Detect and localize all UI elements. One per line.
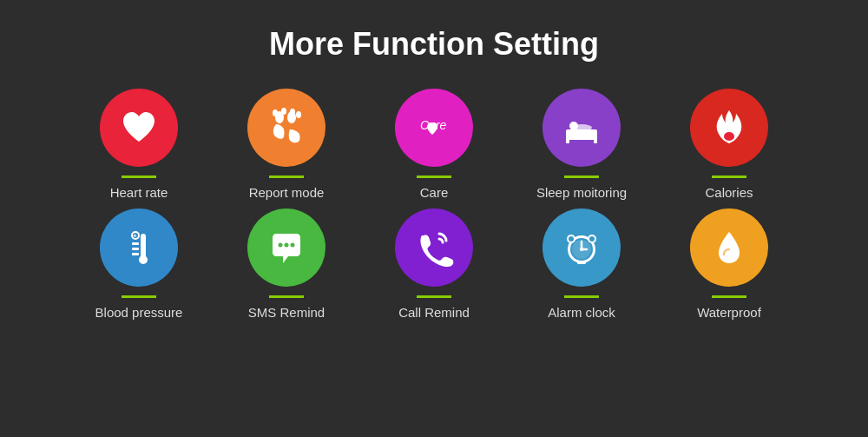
svg-rect-14 [141,234,146,258]
alarm-clock-line [564,295,599,298]
waterproof-icon-circle [690,209,768,287]
svg-point-13 [724,132,734,141]
alarm-clock-icon-circle [542,209,621,287]
flame-icon [707,105,752,150]
care-label: Care [420,185,449,200]
heart-rate-label: Heart rate [110,185,168,200]
svg-text:+: + [133,232,137,240]
feature-row-1: Heart rate Report mode [82,89,786,200]
report-mode-line [269,175,304,178]
call-remind-label: Call Remind [398,305,470,320]
feature-sms-remind: SMS Remind [230,209,343,320]
sms-remind-line [269,295,304,298]
alarm-clock-label: Alarm clock [548,305,615,320]
svg-point-29 [580,248,583,251]
feature-alarm-clock: Alarm clock [525,209,638,320]
features-grid: Heart rate Report mode [0,89,868,320]
call-icon [411,225,457,270]
waterproof-label: Waterproof [697,305,761,320]
svg-point-21 [279,243,283,248]
heart-rate-line [122,175,156,178]
svg-point-12 [571,124,592,131]
feature-heart-rate: Heart rate [82,89,195,200]
svg-point-15 [139,255,148,264]
feature-waterproof: Waterproof [673,209,786,320]
svg-point-22 [285,243,289,248]
care-icon-circle: Care [395,89,473,167]
svg-point-5 [296,111,301,118]
care-line [417,175,451,178]
feature-care: Care Care [378,89,490,200]
feature-calories: Calories [673,89,786,200]
svg-rect-10 [594,136,597,143]
care-icon: Care [411,105,457,150]
sleep-monitoring-label: Sleep moitoring [536,185,627,200]
sms-remind-label: SMS Remind [248,305,325,320]
sms-remind-icon-circle [247,209,326,287]
page-title: More Function Setting [269,26,599,63]
report-mode-label: Report mode [249,185,325,200]
calories-icon-circle [690,89,768,167]
call-remind-line [417,295,451,298]
svg-point-3 [281,108,286,115]
call-remind-icon-circle [395,209,473,287]
feature-row-2: + Blood pressure SMS Remind [82,209,786,320]
calories-label: Calories [705,185,753,200]
sleep-icon [559,105,604,150]
feature-sleep-monitoring: Sleep moitoring [525,89,638,200]
sms-icon [264,225,309,270]
waterproof-line [712,295,746,298]
svg-rect-17 [132,248,139,250]
heart-rate-icon-circle [100,89,178,167]
svg-rect-18 [132,253,139,255]
svg-rect-8 [566,135,597,140]
feature-report-mode: Report mode [230,89,343,200]
blood-pressure-icon-circle: + [100,209,178,287]
sleep-monitoring-line [564,175,599,178]
svg-point-4 [290,109,295,116]
feature-call-remind: Call Remind [378,209,490,320]
svg-point-33 [589,236,595,242]
blood-pressure-label: Blood pressure [95,305,183,320]
svg-rect-9 [566,136,569,143]
alarm-clock-icon [559,225,604,270]
calories-line [712,175,746,178]
heart-icon [116,105,161,150]
svg-point-32 [569,236,574,242]
footprint-icon [264,105,309,150]
blood-pressure-line [122,295,156,298]
svg-rect-34 [577,262,586,264]
svg-point-23 [291,243,295,248]
sleep-icon-circle [542,89,621,167]
blood-pressure-icon: + [116,225,161,270]
report-mode-icon-circle [247,89,326,167]
water-drop-icon [707,225,752,270]
svg-rect-16 [132,242,139,245]
svg-point-2 [273,109,278,116]
feature-blood-pressure: + Blood pressure [82,209,195,320]
